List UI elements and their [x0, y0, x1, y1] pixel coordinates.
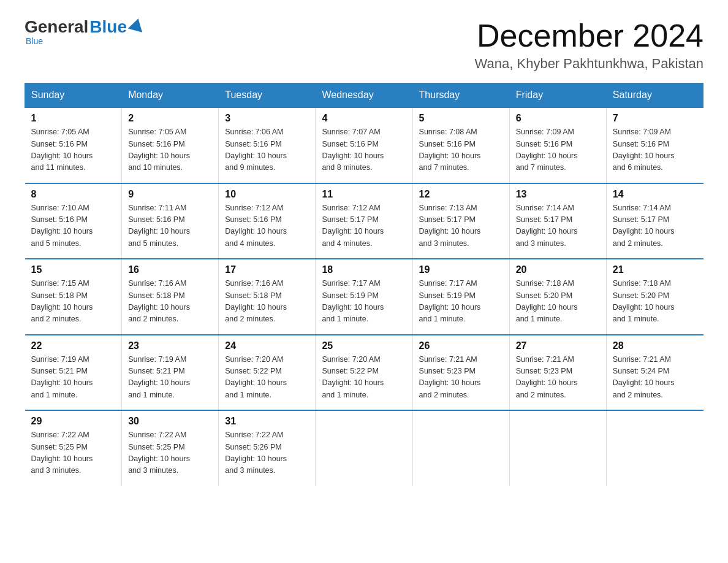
calendar-cell: 11Sunrise: 7:12 AMSunset: 5:17 PMDayligh…	[316, 183, 412, 259]
calendar-cell: 14Sunrise: 7:14 AMSunset: 5:17 PMDayligh…	[606, 183, 703, 259]
day-info: Sunrise: 7:13 AMSunset: 5:17 PMDaylight:…	[419, 202, 503, 250]
calendar-cell: 24Sunrise: 7:20 AMSunset: 5:22 PMDayligh…	[219, 335, 316, 411]
calendar-cell: 29Sunrise: 7:22 AMSunset: 5:25 PMDayligh…	[25, 410, 122, 486]
location: Wana, Khyber Pakhtunkhwa, Pakistan	[475, 56, 703, 72]
calendar-cell: 8Sunrise: 7:10 AMSunset: 5:16 PMDaylight…	[25, 183, 122, 259]
day-info: Sunrise: 7:21 AMSunset: 5:23 PMDaylight:…	[516, 354, 600, 402]
logo-triangle-icon	[128, 17, 145, 33]
day-number: 27	[516, 340, 600, 351]
day-number: 13	[516, 189, 600, 200]
day-info: Sunrise: 7:12 AMSunset: 5:17 PMDaylight:…	[322, 202, 406, 250]
calendar-cell: 2Sunrise: 7:05 AMSunset: 5:16 PMDaylight…	[122, 107, 219, 183]
calendar-cell: 15Sunrise: 7:15 AMSunset: 5:18 PMDayligh…	[25, 259, 122, 335]
day-number: 11	[322, 189, 406, 200]
header-row: SundayMondayTuesdayWednesdayThursdayFrid…	[25, 83, 703, 108]
day-number: 7	[613, 113, 697, 124]
calendar-cell: 22Sunrise: 7:19 AMSunset: 5:21 PMDayligh…	[25, 335, 122, 411]
day-info: Sunrise: 7:18 AMSunset: 5:20 PMDaylight:…	[613, 278, 697, 326]
day-number: 1	[31, 113, 116, 124]
day-number: 22	[31, 340, 116, 351]
header-cell-saturday: Saturday	[606, 83, 703, 108]
day-number: 25	[322, 340, 406, 351]
calendar-table: SundayMondayTuesdayWednesdayThursdayFrid…	[25, 83, 703, 486]
day-number: 31	[225, 416, 309, 427]
day-number: 10	[225, 189, 309, 200]
page-header: GeneralBlue Blue December 2024 Wana, Khy…	[25, 18, 703, 72]
day-number: 14	[613, 189, 697, 200]
day-info: Sunrise: 7:18 AMSunset: 5:20 PMDaylight:…	[516, 278, 600, 326]
day-info: Sunrise: 7:05 AMSunset: 5:16 PMDaylight:…	[31, 126, 116, 174]
calendar-cell: 5Sunrise: 7:08 AMSunset: 5:16 PMDaylight…	[412, 107, 509, 183]
day-info: Sunrise: 7:14 AMSunset: 5:17 PMDaylight:…	[613, 202, 697, 250]
day-info: Sunrise: 7:08 AMSunset: 5:16 PMDaylight:…	[419, 126, 503, 174]
day-number: 8	[31, 189, 116, 200]
day-info: Sunrise: 7:19 AMSunset: 5:21 PMDaylight:…	[31, 354, 116, 402]
day-number: 12	[419, 189, 503, 200]
day-info: Sunrise: 7:07 AMSunset: 5:16 PMDaylight:…	[322, 126, 406, 174]
calendar-cell: 6Sunrise: 7:09 AMSunset: 5:16 PMDaylight…	[509, 107, 606, 183]
calendar-cell: 21Sunrise: 7:18 AMSunset: 5:20 PMDayligh…	[606, 259, 703, 335]
calendar-cell: 20Sunrise: 7:18 AMSunset: 5:20 PMDayligh…	[509, 259, 606, 335]
day-number: 24	[225, 340, 309, 351]
calendar-cell: 27Sunrise: 7:21 AMSunset: 5:23 PMDayligh…	[509, 335, 606, 411]
calendar-cell: 31Sunrise: 7:22 AMSunset: 5:26 PMDayligh…	[219, 410, 316, 486]
header-cell-sunday: Sunday	[25, 83, 122, 108]
day-number: 21	[613, 264, 697, 275]
day-info: Sunrise: 7:22 AMSunset: 5:25 PMDaylight:…	[31, 429, 116, 477]
day-info: Sunrise: 7:20 AMSunset: 5:22 PMDaylight:…	[225, 354, 309, 402]
day-number: 20	[516, 264, 600, 275]
calendar-header: SundayMondayTuesdayWednesdayThursdayFrid…	[25, 83, 703, 108]
logo: GeneralBlue Blue	[25, 18, 144, 45]
calendar-cell	[509, 410, 606, 486]
day-info: Sunrise: 7:16 AMSunset: 5:18 PMDaylight:…	[128, 278, 212, 326]
calendar-cell: 30Sunrise: 7:22 AMSunset: 5:25 PMDayligh…	[122, 410, 219, 486]
day-info: Sunrise: 7:19 AMSunset: 5:21 PMDaylight:…	[128, 354, 212, 402]
day-info: Sunrise: 7:06 AMSunset: 5:16 PMDaylight:…	[225, 126, 309, 174]
calendar-cell	[606, 410, 703, 486]
header-cell-thursday: Thursday	[412, 83, 509, 108]
calendar-cell: 10Sunrise: 7:12 AMSunset: 5:16 PMDayligh…	[219, 183, 316, 259]
calendar-cell	[316, 410, 412, 486]
day-info: Sunrise: 7:15 AMSunset: 5:18 PMDaylight:…	[31, 278, 116, 326]
day-info: Sunrise: 7:05 AMSunset: 5:16 PMDaylight:…	[128, 126, 212, 174]
header-cell-monday: Monday	[122, 83, 219, 108]
day-number: 26	[419, 340, 503, 351]
day-number: 2	[128, 113, 212, 124]
day-info: Sunrise: 7:22 AMSunset: 5:25 PMDaylight:…	[128, 429, 212, 477]
calendar-cell: 17Sunrise: 7:16 AMSunset: 5:18 PMDayligh…	[219, 259, 316, 335]
logo-general: General	[25, 18, 88, 36]
calendar-cell: 25Sunrise: 7:20 AMSunset: 5:22 PMDayligh…	[316, 335, 412, 411]
header-cell-wednesday: Wednesday	[316, 83, 412, 108]
day-number: 16	[128, 264, 212, 275]
calendar-cell: 18Sunrise: 7:17 AMSunset: 5:19 PMDayligh…	[316, 259, 412, 335]
calendar-week-row: 1Sunrise: 7:05 AMSunset: 5:16 PMDaylight…	[25, 107, 703, 183]
calendar-cell: 16Sunrise: 7:16 AMSunset: 5:18 PMDayligh…	[122, 259, 219, 335]
title-block: December 2024 Wana, Khyber Pakhtunkhwa, …	[475, 18, 703, 72]
day-number: 23	[128, 340, 212, 351]
calendar-cell: 3Sunrise: 7:06 AMSunset: 5:16 PMDaylight…	[219, 107, 316, 183]
calendar-cell: 4Sunrise: 7:07 AMSunset: 5:16 PMDaylight…	[316, 107, 412, 183]
day-number: 29	[31, 416, 116, 427]
calendar-week-row: 29Sunrise: 7:22 AMSunset: 5:25 PMDayligh…	[25, 410, 703, 486]
day-number: 28	[613, 340, 697, 351]
header-cell-tuesday: Tuesday	[219, 83, 316, 108]
day-info: Sunrise: 7:16 AMSunset: 5:18 PMDaylight:…	[225, 278, 309, 326]
calendar-week-row: 22Sunrise: 7:19 AMSunset: 5:21 PMDayligh…	[25, 335, 703, 411]
day-number: 4	[322, 113, 406, 124]
logo-blue-text: Blue	[89, 18, 127, 36]
day-info: Sunrise: 7:17 AMSunset: 5:19 PMDaylight:…	[419, 278, 503, 326]
day-info: Sunrise: 7:17 AMSunset: 5:19 PMDaylight:…	[322, 278, 406, 326]
day-info: Sunrise: 7:21 AMSunset: 5:24 PMDaylight:…	[613, 354, 697, 402]
day-number: 17	[225, 264, 309, 275]
calendar-cell: 9Sunrise: 7:11 AMSunset: 5:16 PMDaylight…	[122, 183, 219, 259]
day-info: Sunrise: 7:21 AMSunset: 5:23 PMDaylight:…	[419, 354, 503, 402]
day-number: 3	[225, 113, 309, 124]
logo-text: GeneralBlue	[25, 18, 144, 36]
calendar-cell: 13Sunrise: 7:14 AMSunset: 5:17 PMDayligh…	[509, 183, 606, 259]
day-info: Sunrise: 7:09 AMSunset: 5:16 PMDaylight:…	[516, 126, 600, 174]
day-info: Sunrise: 7:11 AMSunset: 5:16 PMDaylight:…	[128, 202, 212, 250]
header-cell-friday: Friday	[509, 83, 606, 108]
calendar-cell: 28Sunrise: 7:21 AMSunset: 5:24 PMDayligh…	[606, 335, 703, 411]
day-number: 15	[31, 264, 116, 275]
calendar-cell: 19Sunrise: 7:17 AMSunset: 5:19 PMDayligh…	[412, 259, 509, 335]
